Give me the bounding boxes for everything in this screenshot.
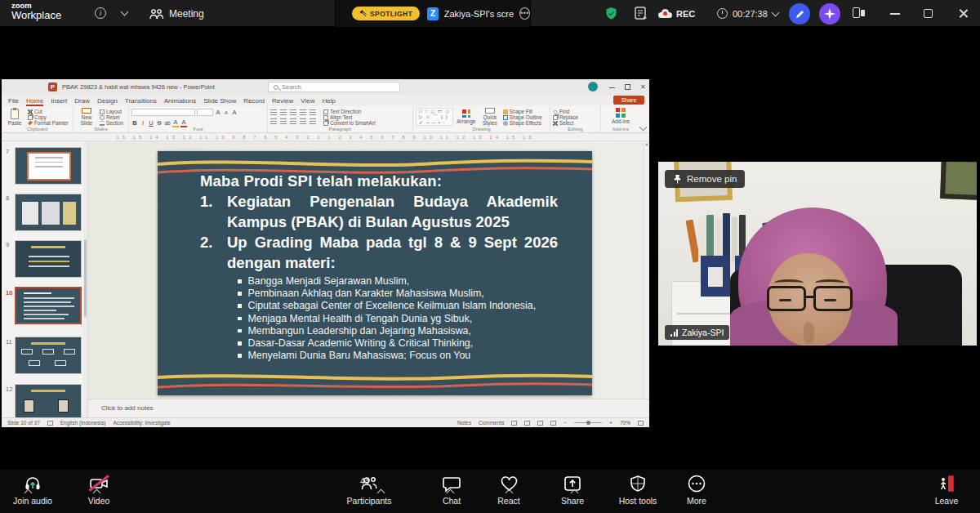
ppt-search-box[interactable]: Search: [268, 82, 400, 92]
share-screen-button[interactable]: Share: [536, 473, 609, 506]
slide-thumbnail-panel[interactable]: 7 8 9 10: [2, 141, 88, 418]
strikethrough-button[interactable]: S: [156, 119, 163, 127]
ppt-tab-home[interactable]: Home: [26, 97, 43, 105]
ppt-account-avatar[interactable]: [588, 82, 598, 91]
video-options-caret[interactable]: [92, 489, 100, 497]
ppt-tab-file[interactable]: File: [8, 97, 19, 105]
more-button[interactable]: More: [660, 473, 733, 506]
bold-button[interactable]: B: [131, 119, 138, 127]
maximize-window-button[interactable]: [924, 9, 933, 18]
italic-button[interactable]: I: [140, 119, 146, 127]
thumbnail-scrollbar[interactable]: [83, 141, 87, 418]
ppt-minimize-button[interactable]: [609, 87, 615, 88]
ppt-tab-review[interactable]: Review: [272, 97, 293, 105]
new-slide-button[interactable]: NewSlide: [76, 108, 97, 126]
convert-smartart-button[interactable]: Convert to SmartArt: [323, 120, 376, 126]
format-painter-button[interactable]: Format Painter: [28, 120, 69, 126]
bullets-button[interactable]: [270, 109, 277, 115]
font-size-box[interactable]: [197, 109, 213, 116]
current-slide[interactable]: Maba Prodi SPI telah melakukan: 1. Kegia…: [158, 151, 592, 395]
indent-decrease-button[interactable]: [290, 109, 296, 115]
justify-button[interactable]: [300, 118, 306, 124]
ppt-share-button[interactable]: Share: [613, 96, 644, 105]
ppt-tab-help[interactable]: Help: [323, 97, 336, 105]
slide-thumbnail-9[interactable]: [15, 240, 82, 278]
close-window-button[interactable]: [958, 8, 969, 19]
align-text-button[interactable]: Align Text: [323, 114, 376, 120]
ppt-tab-record[interactable]: Record: [243, 97, 265, 105]
ppt-tab-view[interactable]: View: [301, 97, 314, 105]
slide-sorter-view-icon[interactable]: [524, 421, 530, 426]
slide-thumbnail-8[interactable]: [15, 194, 82, 231]
accessibility-status[interactable]: Accessibility: Investigate: [113, 420, 170, 426]
tab-shared-screen[interactable]: SPOTLIGHT Z Zakiya-SPI's scre •••: [335, 0, 531, 27]
collapse-ribbon-icon[interactable]: [639, 123, 648, 132]
share-options-caret[interactable]: [571, 489, 579, 497]
ppt-close-button[interactable]: ✕: [640, 83, 646, 91]
reading-view-icon[interactable]: [537, 421, 543, 426]
arrange-button[interactable]: Arrange: [456, 108, 477, 126]
align-right-button[interactable]: [290, 118, 296, 124]
pinned-video-tile[interactable]: Remove pin Zakiya-SPI: [658, 162, 977, 346]
section-button[interactable]: Section: [100, 120, 123, 126]
notes-pane[interactable]: Click to add notes: [88, 399, 649, 418]
ppt-tab-insert[interactable]: Insert: [51, 97, 67, 105]
slide-thumbnail-7[interactable]: [15, 147, 82, 185]
shapes-gallery[interactable]: □ ○ △ ▭ ◇ ▷ ☆ ⌒ ( ) ✓ ~ ─ • ◦: [416, 108, 453, 126]
font-name-box[interactable]: [131, 109, 195, 116]
align-center-button[interactable]: [280, 118, 287, 124]
decrease-font-icon[interactable]: A: [223, 110, 229, 115]
join-audio-button[interactable]: Join audio: [0, 473, 69, 506]
display-settings-icon[interactable]: [47, 421, 53, 426]
columns-button[interactable]: [310, 118, 316, 124]
meeting-timer[interactable]: 00:27:38: [717, 0, 778, 27]
tab-options-ellipsis-icon[interactable]: •••: [519, 7, 530, 20]
ppt-tab-slideshow[interactable]: Slide Show: [203, 97, 236, 105]
quick-styles-button[interactable]: QuickStyles: [479, 108, 501, 126]
indent-increase-button[interactable]: [300, 109, 306, 115]
fit-slide-icon[interactable]: [638, 421, 644, 426]
increase-font-icon[interactable]: A: [215, 109, 221, 116]
ppt-tab-animations[interactable]: Animations: [164, 97, 197, 105]
ppt-tab-transitions[interactable]: Transitions: [125, 97, 157, 105]
ppt-tab-draw[interactable]: Draw: [74, 97, 90, 105]
text-direction-button[interactable]: Text Direction: [323, 109, 376, 114]
line-spacing-button[interactable]: [310, 109, 316, 115]
align-left-button[interactable]: [270, 118, 277, 124]
slide-thumbnail-11[interactable]: [15, 337, 82, 374]
recording-indicator[interactable]: REC: [658, 0, 695, 27]
chevron-down-icon[interactable]: [121, 8, 129, 16]
zoom-in-button[interactable]: +: [609, 420, 612, 426]
tab-meeting[interactable]: Meeting: [149, 0, 204, 27]
minimize-window-button[interactable]: [890, 13, 900, 15]
ai-companion-button[interactable]: [819, 3, 840, 25]
ppt-tab-design[interactable]: Design: [97, 97, 118, 105]
zoom-out-button[interactable]: −: [564, 420, 567, 426]
char-spacing-button[interactable]: ab: [164, 120, 171, 126]
copy-button[interactable]: Copy: [28, 114, 69, 120]
leave-button[interactable]: Leave: [910, 473, 980, 506]
normal-view-icon[interactable]: [511, 421, 517, 426]
remove-pin-button[interactable]: Remove pin: [665, 170, 745, 188]
find-button[interactable]: Find: [553, 109, 598, 114]
info-icon[interactable]: i: [95, 7, 106, 19]
chat-options-caret[interactable]: [447, 489, 455, 497]
comments-toggle[interactable]: Comments: [479, 420, 504, 426]
cut-button[interactable]: Cut: [28, 109, 69, 114]
reset-button[interactable]: Reset: [100, 114, 123, 120]
participants-button[interactable]: 44 Participants: [332, 473, 406, 506]
side-panel-toggle-icon[interactable]: [853, 7, 865, 19]
participants-options-caret[interactable]: [377, 489, 385, 497]
layout-button[interactable]: Layout: [100, 109, 123, 114]
numbering-button[interactable]: [280, 109, 287, 115]
shape-fill-button[interactable]: Shape Fill: [503, 109, 542, 114]
meeting-notes-icon[interactable]: [634, 0, 648, 27]
video-button[interactable]: Video: [62, 473, 136, 506]
slide-thumbnail-10-selected[interactable]: [15, 287, 82, 324]
zoom-slider[interactable]: [574, 422, 602, 424]
notes-toggle[interactable]: Notes: [457, 420, 471, 426]
react-options-caret[interactable]: [505, 489, 513, 497]
clear-format-icon[interactable]: A: [231, 109, 238, 116]
ppt-restore-button[interactable]: [625, 84, 630, 90]
shape-outline-button[interactable]: Shape Outline: [503, 114, 542, 120]
